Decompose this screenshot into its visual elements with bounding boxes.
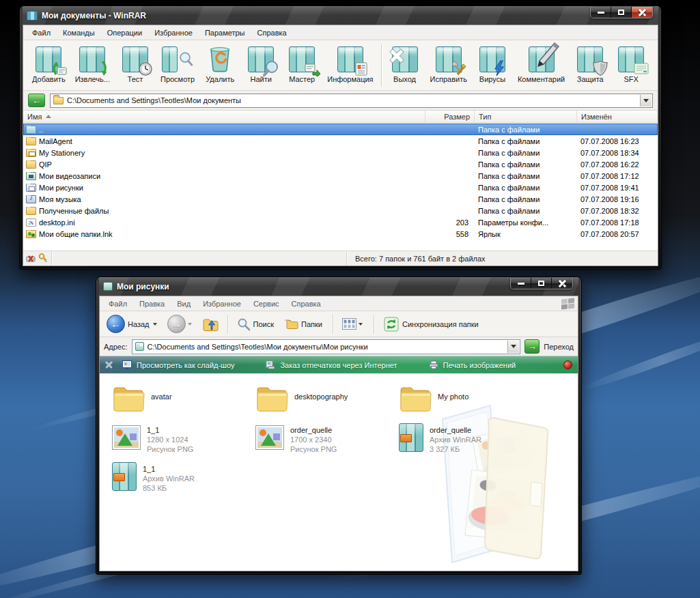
- menu-item[interactable]: Команды: [57, 27, 101, 38]
- search-button[interactable]: Поиск: [234, 315, 278, 333]
- maximize-icon: [538, 281, 544, 286]
- minimize-button[interactable]: [511, 278, 531, 289]
- menu-item[interactable]: Файл: [26, 27, 57, 38]
- menu-item[interactable]: Файл: [102, 298, 133, 309]
- close-icon: [639, 9, 646, 16]
- view-button[interactable]: Просмотр: [156, 42, 199, 84]
- menu-item[interactable]: Вид: [171, 298, 197, 309]
- views-button[interactable]: [339, 316, 367, 332]
- archive-tile[interactable]: 1_1 Архив WinRAR 853 КБ: [112, 462, 250, 492]
- file-row[interactable]: desktop.ini 203 Параметры конфи... 07.07…: [23, 216, 658, 228]
- archive-tile[interactable]: order_quelle Архив WinRAR 3 327 КБ: [399, 423, 537, 453]
- folders-button[interactable]: Папки: [281, 316, 326, 332]
- file-type: Папка с файлами: [474, 160, 576, 169]
- delete-button[interactable]: Удалить: [199, 42, 240, 84]
- explorer-titlebar[interactable]: Мои рисунки: [99, 277, 578, 296]
- item-name: order_quelle: [290, 426, 337, 434]
- file-row[interactable]: Полученные файлы Папка с файлами 07.07.2…: [23, 205, 658, 216]
- sync-folder-button[interactable]: Синхронизация папки: [380, 314, 483, 334]
- file-size: 203: [425, 218, 474, 227]
- folder-tile[interactable]: avatar: [112, 384, 250, 414]
- address-label: Адрес:: [104, 343, 128, 351]
- key-icon[interactable]: [38, 253, 48, 264]
- close-taskband-icon[interactable]: [105, 361, 113, 369]
- menu-item[interactable]: Справка: [251, 27, 293, 38]
- item-name: 1_1: [147, 426, 193, 434]
- address-dropdown-button[interactable]: [640, 95, 652, 106]
- column-header-name[interactable]: Имя: [23, 111, 425, 122]
- extract-button[interactable]: Извлечь...: [70, 42, 115, 84]
- up-level-button[interactable]: ←: [28, 94, 45, 107]
- task-slideshow[interactable]: Просмотреть как слайд-шоу: [122, 360, 234, 369]
- find-button[interactable]: Найти: [240, 42, 281, 84]
- file-name: Моя музыка: [39, 195, 81, 203]
- forward-button[interactable]: →: [165, 313, 197, 335]
- file-row[interactable]: Мои рисунки Папка с файлами 07.07.2008 1…: [23, 182, 658, 193]
- chevron-down-icon: [511, 345, 516, 348]
- test-button[interactable]: Тест: [115, 42, 156, 84]
- image-tile[interactable]: order_quelle 1700 x 2340 Рисунок PNG: [255, 423, 393, 453]
- winrar-titlebar[interactable]: Мои документы - WinRAR: [23, 6, 658, 25]
- winrar-address-row: ← C:\Documents and Settings\Teotles\Мои …: [23, 91, 658, 111]
- file-row[interactable]: QIP Папка с файлами 07.07.2008 16:22: [23, 158, 658, 170]
- address-path: C:\Documents and Settings\Teotles\Мои до…: [67, 96, 241, 104]
- wizard-button[interactable]: Мастер: [281, 42, 322, 84]
- folder-tile[interactable]: desktopography: [255, 384, 393, 414]
- file-row[interactable]: MailAgent Папка с файлами 07.07.2008 16:…: [23, 135, 658, 147]
- go-label[interactable]: Переход: [544, 343, 574, 351]
- column-header-type[interactable]: Тип: [475, 111, 577, 122]
- explorer-menubar: ФайлПравкаВидИзбранноеСервисСправка: [100, 296, 578, 311]
- exit-button[interactable]: Выход: [384, 42, 425, 84]
- repair-button[interactable]: Исправить: [425, 42, 472, 84]
- drive-disconnect-icon[interactable]: [26, 254, 37, 264]
- image-thumbnail: [112, 425, 141, 450]
- menu-item[interactable]: Сервис: [247, 298, 285, 309]
- file-row[interactable]: Мои общие папки.lnk 558 Ярлык 07.07.2008…: [23, 228, 658, 240]
- winrar-column-headers: Имя Размер Тип Изменён: [23, 111, 658, 123]
- up-button[interactable]: [199, 314, 221, 334]
- item-detail: 853 КБ: [143, 484, 195, 492]
- column-header-modified[interactable]: Изменён: [577, 111, 658, 122]
- protect-button[interactable]: Защита: [570, 42, 611, 84]
- comment-button[interactable]: Комментарий: [513, 42, 570, 84]
- menu-item[interactable]: Параметры: [199, 27, 251, 38]
- menu-item[interactable]: Операции: [101, 27, 148, 38]
- close-button[interactable]: [632, 7, 652, 18]
- go-button[interactable]: →: [524, 339, 540, 354]
- menu-item[interactable]: Избранное: [197, 298, 247, 309]
- minimize-icon: [518, 283, 524, 285]
- folder-tile[interactable]: My photo: [399, 384, 537, 414]
- virus-scan-button[interactable]: Вирусы: [472, 42, 513, 84]
- info-button[interactable]: Информация: [322, 42, 378, 84]
- item-name: avatar: [151, 393, 172, 401]
- sfx-button[interactable]: SFX: [611, 42, 652, 84]
- add-button[interactable]: Добавить: [27, 42, 70, 84]
- back-button[interactable]: ← Назад: [104, 313, 162, 335]
- file-row[interactable]: My Stationery Папка с файлами 07.07.2008…: [23, 147, 658, 158]
- exit-icon: [389, 44, 421, 74]
- task-order-prints[interactable]: Заказ отпечатков через Интернет: [266, 360, 397, 369]
- menu-item[interactable]: Правка: [133, 298, 171, 309]
- maximize-button[interactable]: [531, 278, 552, 289]
- file-modified: 07.07.2008 16:23: [576, 137, 657, 145]
- address-dropdown-button[interactable]: [507, 341, 519, 353]
- winrar-address-combo[interactable]: C:\Documents and Settings\Teotles\Мои до…: [50, 94, 653, 108]
- codec-status-icon[interactable]: [563, 360, 572, 369]
- back-arrow-icon: ←: [107, 315, 125, 333]
- image-tile[interactable]: 1_1 1280 x 1024 Рисунок PNG: [112, 423, 250, 453]
- file-row[interactable]: Мои видеозаписи Папка с файлами 07.07.20…: [23, 170, 658, 182]
- task-print-images[interactable]: Печать изображений: [429, 360, 516, 369]
- explorer-content: avatar 1_1 1280 x 1024 Рисунок PNG 1_1: [100, 373, 578, 571]
- close-button[interactable]: [552, 278, 572, 289]
- menu-item[interactable]: Справка: [285, 298, 327, 309]
- window-title: Мои документы - WinRAR: [42, 11, 146, 20]
- column-header-size[interactable]: Размер: [425, 111, 475, 122]
- maximize-button[interactable]: [611, 7, 632, 18]
- explorer-address-combo[interactable]: C:\Documents and Settings\Teotles\Мои до…: [132, 339, 521, 354]
- menu-item[interactable]: Избранное: [148, 27, 199, 38]
- minimize-button[interactable]: [591, 7, 611, 18]
- file-row[interactable]: Моя музыка Папка с файлами 07.07.2008 19…: [23, 193, 658, 205]
- toolbar-separator: [381, 44, 382, 87]
- windows-flag-icon: [561, 298, 575, 309]
- file-row[interactable]: .. Папка с файлами: [23, 124, 658, 135]
